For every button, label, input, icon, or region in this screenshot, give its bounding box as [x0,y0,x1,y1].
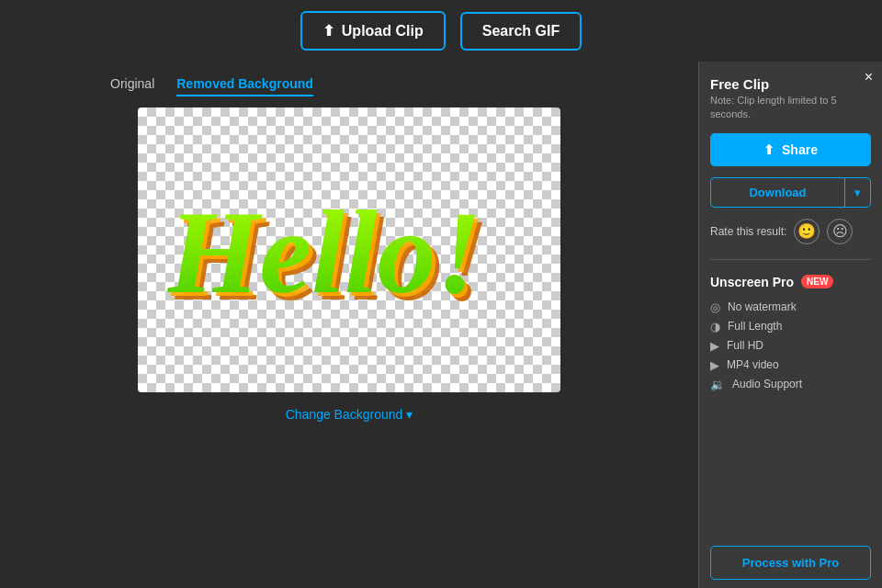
chevron-down-icon: ▾ [406,407,413,422]
rate-label: Rate this result: [710,225,786,238]
left-panel: Original Removed Background Hello! Hello… [0,62,698,588]
process-with-pro-button[interactable]: Process with Pro [710,546,871,580]
free-clip-title: Free Clip [710,76,871,92]
list-item: ◑ Full Length [710,320,871,334]
download-button[interactable]: Download [710,177,844,208]
upload-clip-label: Upload Clip [342,23,424,40]
list-item: ▶ MP4 video [710,358,871,372]
main-content: Original Removed Background Hello! Hello… [0,62,882,588]
close-button[interactable]: × [865,69,873,85]
full-length-icon: ◑ [710,320,720,334]
feature-full-length: Full Length [728,320,782,333]
feature-no-watermark: No watermark [728,300,797,313]
svg-text:Hello!: Hello! [167,187,482,318]
change-background-label: Change Background [286,407,403,422]
pro-title: Unscreen Pro [710,275,794,289]
search-gif-button[interactable]: Search GIF [460,12,582,51]
tab-bar: Original Removed Background [110,76,313,96]
no-watermark-icon: ◎ [710,300,720,314]
tab-removed-background[interactable]: Removed Background [176,76,313,96]
close-icon: × [865,69,873,85]
preview-image-area: Hello! Hello! Hello! [138,107,560,392]
feature-audio: Audio Support [732,378,802,390]
hello-preview-svg: Hello! Hello! Hello! [159,159,539,340]
right-panel: × Free Clip Note: Clip length limited to… [698,62,882,588]
feature-mp4: MP4 video [727,358,779,371]
tab-original[interactable]: Original [110,76,154,96]
list-item: 🔉 Audio Support [710,378,871,391]
full-hd-icon: ▶ [710,339,719,353]
upload-clip-button[interactable]: ⬆ Upload Clip [300,11,446,51]
audio-icon: 🔉 [710,378,725,391]
share-label: Share [782,142,818,157]
change-background-button[interactable]: Change Background ▾ [286,407,413,422]
rate-row: Rate this result: 🙂 ☹ [710,219,871,244]
list-item: ◎ No watermark [710,300,871,314]
sad-rating-button[interactable]: ☹ [827,219,853,244]
new-badge: NEW [801,275,833,288]
happy-rating-button[interactable]: 🙂 [794,219,820,244]
mp4-icon: ▶ [710,358,719,372]
download-row: Download ▾ [710,177,871,208]
pro-features-list: ◎ No watermark ◑ Full Length ▶ Full HD ▶… [710,300,871,391]
search-gif-label: Search GIF [482,23,560,40]
feature-full-hd: Full HD [727,339,763,352]
free-clip-note: Note: Clip length limited to 5 seconds. [710,94,871,122]
divider [710,259,871,260]
list-item: ▶ Full HD [710,339,871,353]
share-icon: ⬆ [763,142,775,157]
share-button[interactable]: ⬆ Share [710,133,871,166]
free-clip-section: Free Clip Note: Clip length limited to 5… [710,73,871,122]
upload-icon: ⬆ [322,22,334,40]
pro-header: Unscreen Pro NEW [710,275,871,289]
toolbar: ⬆ Upload Clip Search GIF [0,0,882,62]
sad-icon: ☹ [832,222,848,240]
download-arrow-button[interactable]: ▾ [844,177,871,208]
happy-icon: 🙂 [797,222,816,240]
